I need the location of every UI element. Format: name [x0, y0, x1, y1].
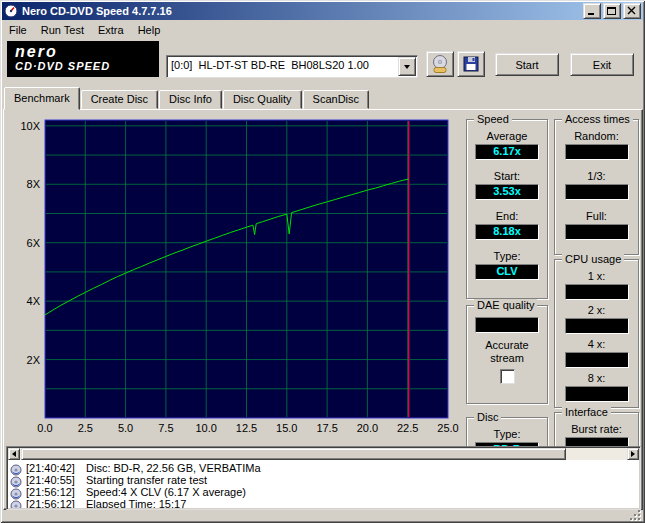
speed-type-value: CLV — [475, 264, 539, 280]
full-access-label: Full: — [555, 210, 638, 223]
disc-operations-button[interactable] — [426, 51, 454, 77]
maximize-button[interactable] — [603, 3, 621, 19]
status-bar — [2, 510, 643, 521]
cpu-8x-value — [565, 386, 629, 402]
speed-type-label: Type: — [467, 250, 547, 263]
svg-text:0.0: 0.0 — [37, 422, 52, 434]
status-text — [2, 515, 6, 523]
chevron-down-icon — [404, 65, 410, 69]
random-access-value — [565, 144, 629, 160]
dae-quality-panel: DAE quality Accurate stream — [466, 305, 548, 404]
drive-selector[interactable]: [0:0] HL-DT-ST BD-RE BH08LS20 1.00 — [166, 55, 418, 78]
log-timestamp: [21:56:12] — [26, 486, 86, 498]
accurate-stream-label: Accurate stream — [467, 339, 547, 365]
svg-text:20.0: 20.0 — [357, 422, 378, 434]
tab-benchmark[interactable]: Benchmark — [4, 87, 80, 110]
window-title: Nero CD-DVD Speed 4.7.7.16 — [22, 5, 172, 17]
svg-text:4X: 4X — [27, 295, 41, 307]
menu-bar: File Run Test Extra Help — [2, 21, 643, 39]
resize-grip[interactable] — [629, 508, 642, 521]
log-entry: [21:40:42] Disc: BD-R, 22.56 GB, VERBATI… — [10, 462, 637, 473]
accurate-stream-checkbox[interactable] — [500, 369, 515, 384]
window-controls — [583, 3, 641, 19]
cpu-4x-value — [565, 352, 629, 368]
log-timestamp: [21:40:42] — [26, 462, 86, 474]
tab-scandisc[interactable]: ScanDisc — [303, 90, 369, 109]
svg-text:2.5: 2.5 — [78, 422, 93, 434]
svg-text:7.5: 7.5 — [158, 422, 173, 434]
log-horizontal-scrollbar[interactable] — [8, 448, 639, 460]
speed-panel-title: Speed — [474, 113, 512, 126]
disc-type-label: Type: — [467, 428, 547, 441]
average-speed-label: Average — [467, 130, 547, 143]
menu-file[interactable]: File — [2, 22, 34, 38]
svg-text:8X: 8X — [27, 178, 41, 190]
scroll-right-button[interactable] — [627, 448, 639, 460]
tab-disc-quality[interactable]: Disc Quality — [223, 90, 302, 109]
speed-panel: Speed Average6.17x Start:3.53x End:8.18x… — [466, 119, 548, 299]
arrow-left-icon — [12, 451, 16, 457]
app-window: Nero CD-DVD Speed 4.7.7.16 File Run Test… — [0, 0, 645, 523]
exit-button[interactable]: Exit — [570, 53, 634, 76]
menu-run-test[interactable]: Run Test — [34, 22, 91, 38]
interface-panel-title: Interface — [562, 406, 611, 419]
cpu-2x-label: 2 x: — [555, 304, 638, 317]
disc-icon — [10, 474, 22, 486]
benchmark-chart: 2X4X6X8X10X0.02.55.07.510.012.515.017.52… — [8, 113, 466, 448]
tab-create-disc[interactable]: Create Disc — [81, 90, 158, 109]
svg-text:5.0: 5.0 — [118, 422, 133, 434]
random-access-label: Random: — [555, 130, 638, 143]
cpu-1x-value — [565, 284, 629, 300]
svg-text:17.5: 17.5 — [316, 422, 337, 434]
log-list: [21:40:42] Disc: BD-R, 22.56 GB, VERBATI… — [8, 461, 639, 508]
minimize-button[interactable] — [583, 3, 601, 19]
access-times-panel-title: Access times — [562, 113, 633, 126]
close-button[interactable] — [623, 3, 641, 19]
log-message: Speed:4 X CLV (6.17 X average) — [86, 486, 246, 498]
svg-text:22.5: 22.5 — [397, 422, 418, 434]
drive-selector-value: [0:0] HL-DT-ST BD-RE BH08LS20 1.00 — [171, 59, 369, 71]
title-bar[interactable]: Nero CD-DVD Speed 4.7.7.16 — [2, 2, 643, 20]
save-results-button[interactable] — [457, 51, 485, 77]
scrollbar-thumb[interactable] — [21, 448, 566, 460]
cpu-usage-panel-title: CPU usage — [562, 253, 624, 266]
svg-text:15.0: 15.0 — [276, 422, 297, 434]
nero-logo-product: CD·DVD SPEED — [15, 60, 151, 73]
save-icon — [462, 55, 480, 73]
svg-text:2X: 2X — [27, 354, 41, 366]
disc-panel-title: Disc — [474, 411, 501, 424]
log-panel: [21:40:42] Disc: BD-R, 22.56 GB, VERBATI… — [6, 446, 641, 510]
svg-text:12.5: 12.5 — [236, 422, 257, 434]
scroll-left-button[interactable] — [8, 448, 20, 460]
access-times-panel: Access times Random: 1/3: Full: — [554, 119, 639, 255]
one-third-access-label: 1/3: — [555, 170, 638, 183]
start-speed-label: Start: — [467, 170, 547, 183]
cpu-4x-label: 4 x: — [555, 338, 638, 351]
log-entry: [21:40:55] Starting transfer rate test — [10, 474, 637, 485]
nero-logo-brand: nero — [15, 43, 151, 60]
log-entry: [21:56:12] Speed:4 X CLV (6.17 X average… — [10, 486, 637, 497]
average-speed-value: 6.17x — [475, 144, 539, 160]
arrow-right-icon — [631, 451, 635, 457]
svg-text:10.0: 10.0 — [195, 422, 216, 434]
hand-disc-icon — [430, 54, 450, 74]
cpu-usage-panel: CPU usage 1 x: 2 x: 4 x: 8 x: — [554, 259, 639, 408]
dae-quality-value — [475, 317, 539, 333]
burst-rate-label: Burst rate: — [555, 423, 638, 436]
one-third-access-value — [565, 184, 629, 200]
end-speed-label: End: — [467, 210, 547, 223]
log-message: Starting transfer rate test — [86, 474, 207, 486]
disc-icon — [10, 486, 22, 498]
full-access-value — [565, 224, 629, 240]
log-timestamp: [21:56:12] — [26, 498, 86, 509]
dae-quality-panel-title: DAE quality — [474, 299, 537, 312]
disc-icon — [10, 498, 22, 509]
menu-extra[interactable]: Extra — [91, 22, 131, 38]
drive-selector-dropdown-button[interactable] — [398, 57, 416, 76]
menu-help[interactable]: Help — [131, 22, 168, 38]
start-speed-value: 3.53x — [475, 184, 539, 200]
start-button[interactable]: Start — [495, 53, 559, 76]
svg-text:10X: 10X — [20, 120, 40, 132]
tab-disc-info[interactable]: Disc Info — [159, 90, 222, 109]
log-message: Disc: BD-R, 22.56 GB, VERBATIMa — [86, 462, 261, 474]
